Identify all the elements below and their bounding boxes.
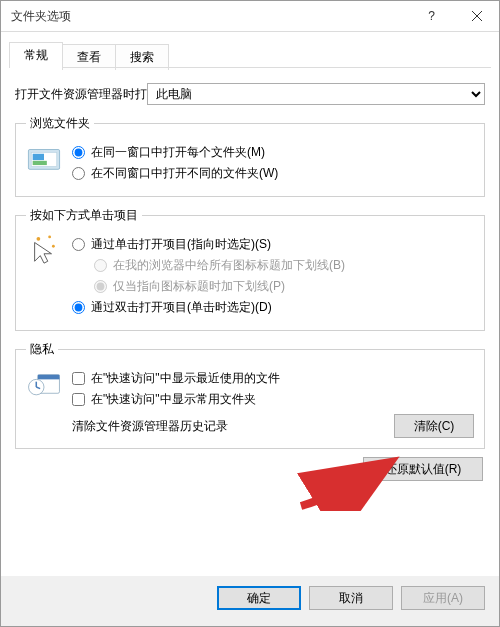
- clear-history-button[interactable]: 清除(C): [394, 414, 474, 438]
- restore-defaults-button[interactable]: 还原默认值(R): [363, 457, 483, 481]
- svg-rect-5: [33, 161, 47, 165]
- radio-same-window-label: 在同一窗口中打开每个文件夹(M): [91, 144, 265, 161]
- dialog-footer: 确定 取消 应用(A): [1, 576, 499, 626]
- group-browse-folders: 浏览文件夹 在同一窗口中打开每个文件夹(M): [15, 115, 485, 197]
- radio-underline-browser-label: 在我的浏览器中给所有图标标题加下划线(B): [113, 257, 345, 274]
- svg-point-6: [37, 237, 41, 241]
- radio-single-click-input[interactable]: [72, 238, 85, 251]
- check-frequent-folders-input[interactable]: [72, 393, 85, 406]
- folder-icon: [27, 145, 61, 171]
- radio-double-click[interactable]: 通过双击打开项目(单击时选定)(D): [72, 299, 474, 316]
- radio-double-click-input[interactable]: [72, 301, 85, 314]
- close-button[interactable]: [454, 1, 499, 31]
- clock-calendar-icon: [27, 369, 61, 399]
- radio-underline-point-input: [94, 280, 107, 293]
- radio-same-window-input[interactable]: [72, 146, 85, 159]
- titlebar: 文件夹选项 ?: [1, 1, 499, 32]
- radio-new-window-input[interactable]: [72, 167, 85, 180]
- svg-rect-4: [33, 154, 44, 160]
- radio-underline-browser: 在我的浏览器中给所有图标标题加下划线(B): [94, 257, 474, 274]
- radio-underline-point: 仅当指向图标标题时加下划线(P): [94, 278, 474, 295]
- cursor-icon: [29, 233, 59, 267]
- check-recent-files-label: 在"快速访问"中显示最近使用的文件: [91, 370, 280, 387]
- check-frequent-folders-label: 在"快速访问"中显示常用文件夹: [91, 391, 256, 408]
- check-recent-files-input[interactable]: [72, 372, 85, 385]
- tabstrip: 常规 查看 搜索: [1, 32, 499, 68]
- window-title: 文件夹选项: [11, 8, 71, 25]
- clear-history-label: 清除文件资源管理器历史记录: [72, 418, 228, 435]
- folder-options-dialog: 文件夹选项 ? 常规 查看 搜索 打开文件资源管理器时打 此电脑 浏览文件夹: [0, 0, 500, 627]
- radio-underline-browser-input: [94, 259, 107, 272]
- close-icon: [472, 11, 482, 21]
- group-privacy-legend: 隐私: [26, 341, 58, 358]
- apply-button[interactable]: 应用(A): [401, 586, 485, 610]
- browse-folders-icon: [26, 140, 62, 176]
- click-items-icon: [26, 232, 62, 268]
- group-click-items: 按如下方式单击项目 通过单击打开项目(指向时选定)(S): [15, 207, 485, 331]
- tab-general[interactable]: 常规: [9, 42, 63, 68]
- check-frequent-folders[interactable]: 在"快速访问"中显示常用文件夹: [72, 391, 474, 408]
- group-privacy: 隐私 在"快速访问"中显示最近使用的文件: [15, 341, 485, 449]
- group-browse-legend: 浏览文件夹: [26, 115, 94, 132]
- radio-underline-point-label: 仅当指向图标标题时加下划线(P): [113, 278, 285, 295]
- radio-single-click-label: 通过单击打开项目(指向时选定)(S): [91, 236, 271, 253]
- privacy-icon: [26, 366, 62, 402]
- svg-point-8: [52, 245, 55, 248]
- radio-single-click[interactable]: 通过单击打开项目(指向时选定)(S): [72, 236, 474, 253]
- svg-marker-9: [35, 243, 52, 264]
- radio-new-window[interactable]: 在不同窗口中打开不同的文件夹(W): [72, 165, 474, 182]
- window-controls: ?: [409, 1, 499, 31]
- clear-history-row: 清除文件资源管理器历史记录 清除(C): [72, 414, 474, 438]
- group-click-legend: 按如下方式单击项目: [26, 207, 142, 224]
- ok-button[interactable]: 确定: [217, 586, 301, 610]
- check-recent-files[interactable]: 在"快速访问"中显示最近使用的文件: [72, 370, 474, 387]
- radio-same-window[interactable]: 在同一窗口中打开每个文件夹(M): [72, 144, 474, 161]
- open-explorer-label: 打开文件资源管理器时打: [15, 86, 147, 103]
- svg-point-7: [48, 235, 51, 238]
- svg-rect-11: [38, 375, 60, 380]
- help-button[interactable]: ?: [409, 1, 454, 31]
- radio-new-window-label: 在不同窗口中打开不同的文件夹(W): [91, 165, 278, 182]
- tabstrip-underline: [9, 67, 491, 68]
- cancel-button[interactable]: 取消: [309, 586, 393, 610]
- open-explorer-row: 打开文件资源管理器时打 此电脑: [15, 83, 485, 105]
- open-explorer-select[interactable]: 此电脑: [147, 83, 485, 105]
- restore-defaults-row: 还原默认值(R): [15, 457, 485, 481]
- help-icon: ?: [428, 9, 435, 23]
- tab-content: 打开文件资源管理器时打 此电脑 浏览文件夹: [1, 69, 499, 576]
- radio-double-click-label: 通过双击打开项目(单击时选定)(D): [91, 299, 272, 316]
